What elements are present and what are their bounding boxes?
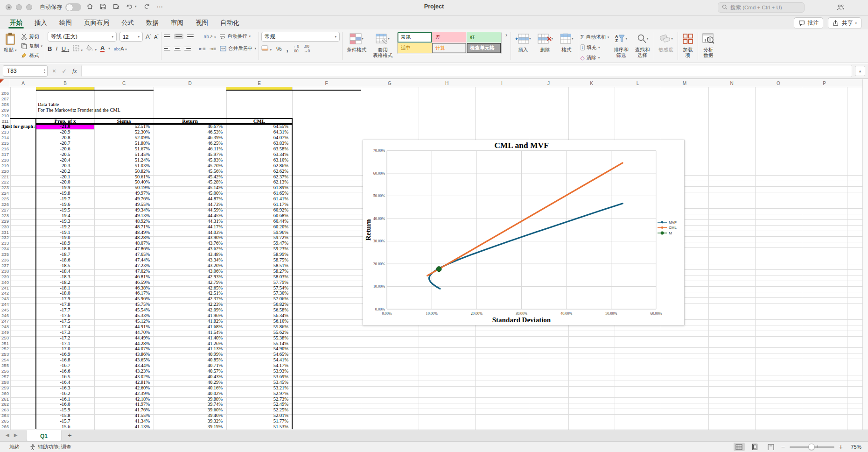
cell-return[interactable]: 39.74%	[154, 402, 223, 407]
cell-prop-of-x[interactable]: -20.3	[36, 163, 94, 169]
cell-prop-of-x[interactable]: -19.9	[36, 185, 94, 191]
cell-sigma[interactable]: 48.07%	[94, 240, 150, 246]
cell-return[interactable]: 40.02%	[154, 391, 223, 396]
row-header[interactable]: 251	[0, 341, 10, 346]
cell-return[interactable]: 45.14%	[154, 185, 223, 191]
column-header[interactable]: J	[529, 79, 568, 87]
cell-sigma[interactable]: 41.13%	[94, 424, 150, 430]
cell-return[interactable]: 46.67%	[154, 124, 223, 129]
cell-sigma[interactable]: 52.30%	[94, 129, 150, 135]
cell-cml[interactable]: 64.07%	[226, 135, 288, 141]
addins-button[interactable]: 加载 项	[680, 32, 695, 58]
row-header[interactable]: 260	[0, 391, 10, 396]
cell-prop-of-x[interactable]: -17.7	[36, 307, 94, 313]
cell-prop-of-x[interactable]: -16.1	[36, 396, 94, 402]
cell-cml[interactable]: 58.99%	[226, 252, 288, 257]
cell-return[interactable]: 39.88%	[154, 396, 223, 402]
cell-return[interactable]: 40.99%	[154, 352, 223, 357]
cell-return[interactable]: 45.83%	[154, 157, 223, 163]
column-header[interactable]: K	[568, 79, 615, 87]
cell-return[interactable]: 43.06%	[154, 268, 223, 274]
row-header[interactable]: 264	[0, 413, 10, 418]
cell-cml[interactable]: 57.54%	[226, 285, 288, 291]
cell-return[interactable]: 44.45%	[154, 213, 223, 219]
cell-sigma[interactable]: 47.23%	[94, 263, 150, 268]
align-right-icon[interactable]	[184, 47, 191, 51]
cell-cml[interactable]: 53.93%	[226, 368, 288, 374]
cell-sigma[interactable]: 48.28%	[94, 235, 150, 240]
cell-return[interactable]: 46.39%	[154, 135, 223, 141]
cell-cml[interactable]: 52.97%	[226, 391, 288, 396]
cell-cml[interactable]: 58.27%	[226, 268, 288, 274]
cell-sigma[interactable]: 42.39%	[94, 391, 150, 396]
cell-cml[interactable]: 59.23%	[226, 246, 288, 252]
cell-style-2[interactable]: 差	[432, 32, 467, 43]
cell-sigma[interactable]: 47.86%	[94, 246, 150, 252]
row-header[interactable]: 220	[0, 169, 10, 174]
row-header[interactable]: 244	[0, 302, 10, 307]
cell-cml[interactable]: 56.58%	[226, 307, 288, 313]
cancel-icon[interactable]: ×	[52, 67, 56, 75]
row-header[interactable]: 255	[0, 363, 10, 368]
row-header[interactable]: 234	[0, 246, 10, 252]
row-header[interactable]: 208	[0, 102, 10, 107]
row-header[interactable]: 238	[0, 268, 10, 274]
column-header[interactable]: E	[226, 79, 292, 87]
cell-return[interactable]: 44.31%	[154, 219, 223, 224]
cell-cml[interactable]: 59.96%	[226, 230, 288, 235]
cell-return[interactable]: 42.37%	[154, 296, 223, 302]
cell-cml[interactable]: 54.90%	[226, 346, 288, 352]
column-header[interactable]: P	[802, 79, 847, 87]
cell-prop-of-x[interactable]: -16.8	[36, 357, 94, 363]
cell-prop-of-x[interactable]: -17.0	[36, 346, 94, 352]
cell-return[interactable]: 40.57%	[154, 368, 223, 374]
row-header[interactable]: 219	[0, 163, 10, 169]
cell-return[interactable]: 42.51%	[154, 290, 223, 296]
page-break-view-button[interactable]	[765, 443, 777, 451]
cell-sigma[interactable]: 43.44%	[94, 363, 150, 368]
cell-sigma[interactable]: 41.34%	[94, 418, 150, 424]
row-header[interactable]: 263	[0, 407, 10, 413]
cell-cml[interactable]: 60.20%	[226, 224, 288, 230]
cell-sigma[interactable]: 44.28%	[94, 341, 150, 346]
cell-return[interactable]: 39.46%	[154, 413, 223, 418]
cell-cml[interactable]: 52.73%	[226, 396, 288, 402]
cell-prop-of-x[interactable]: -21.0	[36, 124, 94, 129]
column-header[interactable]: D	[154, 79, 226, 87]
row-header[interactable]: 211	[0, 119, 10, 124]
sensitivity-button[interactable]: ▾ 敏感度	[657, 32, 675, 53]
cell-return[interactable]: 40.16%	[154, 385, 223, 391]
font-name-select[interactable]: 等线 (正文)▾	[48, 32, 117, 42]
cell-cml[interactable]: 61.65%	[226, 191, 288, 196]
cell-sigma[interactable]: 48.71%	[94, 224, 150, 230]
menu-tab[interactable]: 视图	[189, 16, 214, 29]
row-header[interactable]: 209	[0, 107, 10, 113]
cell-prop-of-x[interactable]: -17.4	[36, 324, 94, 330]
align-bottom-icon[interactable]	[187, 35, 194, 39]
cell-cml[interactable]: 55.38%	[226, 335, 288, 341]
zoom-slider[interactable]	[790, 446, 834, 448]
row-header[interactable]: 215	[0, 141, 10, 146]
cell-sigma[interactable]: 41.55%	[94, 413, 150, 418]
cell-sigma[interactable]: 45.12%	[94, 318, 150, 324]
column-header[interactable]: L	[615, 79, 661, 87]
row-header[interactable]: 259	[0, 385, 10, 391]
row-header[interactable]: 216	[0, 146, 10, 152]
fill-color-button[interactable]: ▾	[86, 45, 97, 52]
cell-prop-of-x[interactable]: -18.3	[36, 274, 94, 280]
cell-return[interactable]: 42.23%	[154, 302, 223, 307]
cell-return[interactable]: 42.09%	[154, 307, 223, 313]
row-header[interactable]: 254	[0, 357, 10, 363]
collapse-ribbon-button[interactable]: ▴	[855, 66, 865, 76]
cell-prop-of-x[interactable]: -16.6	[36, 368, 94, 374]
cell-return[interactable]: 39.19%	[154, 424, 223, 430]
row-header[interactable]: 253	[0, 352, 10, 357]
cell-cml[interactable]: 60.68%	[226, 213, 288, 219]
page-layout-view-button[interactable]	[749, 443, 761, 451]
cell-cml[interactable]: 57.30%	[226, 290, 288, 296]
align-middle-icon[interactable]	[174, 34, 183, 40]
decrease-font-icon[interactable]: Aˇ	[154, 34, 159, 40]
row-header[interactable]: 206	[0, 91, 10, 96]
cell-cml[interactable]: 61.89%	[226, 185, 288, 191]
row-header[interactable]: 245	[0, 307, 10, 313]
